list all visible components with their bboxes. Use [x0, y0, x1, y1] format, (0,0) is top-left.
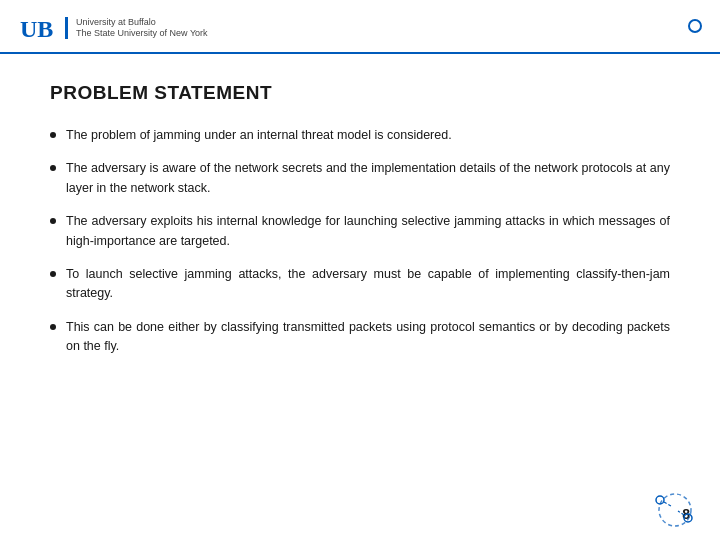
list-item: The adversary exploits his internal know… [50, 212, 670, 251]
bullet-text: This can be done either by classifying t… [66, 318, 670, 357]
bullet-dot [50, 324, 56, 330]
ub-logo: UB [20, 14, 68, 42]
list-item: This can be done either by classifying t… [50, 318, 670, 357]
slide-content: PROBLEM STATEMENT The problem of jamming… [0, 54, 720, 376]
svg-line-4 [664, 502, 671, 506]
slide: UB University at Buffalo The State Unive… [0, 0, 720, 540]
list-item: To launch selective jamming attacks, the… [50, 265, 670, 304]
bullet-text: The adversary is aware of the network se… [66, 159, 670, 198]
bullet-text: To launch selective jamming attacks, the… [66, 265, 670, 304]
logo-container: UB University at Buffalo The State Unive… [20, 14, 208, 42]
svg-line-5 [678, 511, 684, 515]
ub-logo-svg: UB [20, 14, 62, 42]
bullet-text: The problem of jamming under an internal… [66, 126, 452, 145]
svg-text:UB: UB [20, 16, 53, 42]
bullet-dot [50, 271, 56, 277]
page-title: PROBLEM STATEMENT [50, 82, 670, 104]
slide-header: UB University at Buffalo The State Unive… [0, 0, 720, 54]
bullet-dot [50, 218, 56, 224]
footer-decoration [640, 480, 700, 530]
bullet-dot [50, 165, 56, 171]
bullet-text: The adversary exploits his internal know… [66, 212, 670, 251]
header-decoration-circle [688, 19, 702, 33]
bullet-dot [50, 132, 56, 138]
bullet-list: The problem of jamming under an internal… [50, 126, 670, 356]
university-name: University at Buffalo The State Universi… [76, 17, 208, 39]
footer-deco-svg [640, 480, 700, 530]
list-item: The problem of jamming under an internal… [50, 126, 670, 145]
logo-divider [65, 17, 68, 39]
list-item: The adversary is aware of the network se… [50, 159, 670, 198]
